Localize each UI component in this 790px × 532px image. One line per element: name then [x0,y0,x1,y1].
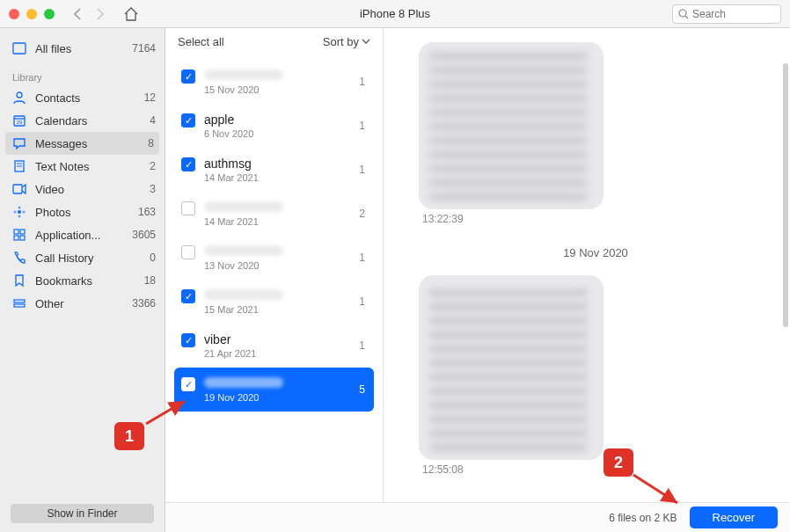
date-separator: 19 Nov 2020 [419,246,772,259]
photos-icon [12,205,26,219]
svg-rect-21 [14,304,25,307]
svg-point-3 [17,92,22,98]
sidebar-item-count: 0 [131,251,156,264]
forward-button[interactable] [95,8,104,20]
conversation-checkbox[interactable] [181,201,195,215]
zoom-window-button[interactable] [44,9,55,19]
search-input[interactable] [692,8,775,20]
sidebar-item-label: Video [35,183,122,196]
conversation-count: 1 [359,339,365,352]
back-button[interactable] [74,8,83,20]
conversation-count: 1 [359,164,365,176]
close-window-button[interactable] [9,9,19,19]
conversation-row[interactable]: ✓19 Nov 20205 [174,368,374,412]
message-timestamp: 12:55:08 [422,463,772,476]
conversation-name-redacted [204,69,283,80]
conversation-checkbox[interactable]: ✓ [181,69,195,84]
chevron-down-icon [362,38,370,45]
sidebar-item-contacts[interactable]: Contacts12 [0,86,165,109]
sidebar-item-all-files[interactable]: All files 7164 [0,37,165,60]
svg-line-1 [685,16,688,18]
list-header: Select all Sort by [165,28,383,55]
message-thread: 13:22:39 19 Nov 2020 12:55:08 [384,28,790,532]
conversation-date: 14 Mar 2021 [204,172,359,183]
svg-rect-10 [13,185,22,193]
conversation-count: 5 [359,383,365,396]
conversation-checkbox[interactable]: ✓ [181,377,195,391]
conversation-list-panel: Select all Sort by ✓15 Nov 20201✓apple6 … [165,28,384,532]
sidebar-item-label: Text Notes [35,160,122,173]
sidebar-item-calendars[interactable]: 29Calendars4 [0,109,165,132]
sidebar-item-photos[interactable]: Photos163 [0,200,165,223]
bottom-bar: 6 files on 2 KB Recover [165,502,790,532]
conversation-checkbox[interactable]: ✓ [181,113,195,128]
sort-by-dropdown[interactable]: Sort by [323,35,370,48]
notes-icon [12,159,26,173]
conversation-date: 15 Nov 2020 [204,84,359,95]
recover-button[interactable]: Recover [690,506,778,528]
sidebar-item-label: All files [35,42,122,55]
sidebar-item-call-history[interactable]: Call History0 [0,246,165,269]
svg-rect-2 [13,43,26,54]
conversation-row[interactable]: ✓15 Mar 20211 [174,280,374,324]
sidebar-item-application-[interactable]: Application...3605 [0,223,165,246]
sidebar-item-count: 4 [131,114,156,127]
sidebar-item-count: 3605 [131,229,156,241]
svg-rect-16 [14,230,18,234]
conversation-name-redacted [204,201,283,212]
bookmarks-icon [12,273,26,288]
sidebar-item-count: 2 [131,160,156,172]
nav-arrows [74,8,104,20]
scrollbar[interactable] [783,63,788,327]
svg-rect-19 [20,236,25,240]
minimize-window-button[interactable] [26,9,37,19]
conversation-checkbox[interactable]: ✓ [181,289,195,303]
sidebar-item-bookmarks[interactable]: Bookmarks18 [0,269,165,292]
conversation-row[interactable]: ✓15 Nov 20201 [174,60,374,104]
message-bubble [419,275,603,460]
library-header: Library [0,60,165,86]
conversation-date: 6 Nov 2020 [204,128,359,139]
conversation-name-redacted [204,245,283,256]
page-title: iPhone 8 Plus [360,7,430,20]
search-field[interactable] [672,4,781,24]
message-bubble [419,42,603,209]
selection-status: 6 files on 2 KB [609,512,677,524]
sidebar-item-count: 7164 [131,42,156,55]
conversation-row[interactable]: 13 Nov 20201 [174,236,374,280]
svg-point-11 [18,210,21,214]
sidebar-item-messages[interactable]: Messages8 [5,132,159,155]
sidebar-item-count: 163 [131,206,156,218]
svg-rect-18 [14,236,18,240]
conversation-checkbox[interactable] [181,245,195,259]
conversation-row[interactable]: ✓viber21 Apr 20211 [174,324,374,368]
show-in-finder-button[interactable]: Show in Finder [11,504,154,523]
sidebar-item-other[interactable]: Other3366 [0,292,165,315]
sidebar-item-label: Bookmarks [35,274,122,288]
sidebar-item-count: 3 [131,183,156,195]
conversation-date: 13 Nov 2020 [204,260,359,271]
svg-rect-17 [20,230,25,234]
conversation-count: 1 [359,295,365,308]
conversation-name-redacted [204,289,283,300]
sidebar-item-text-notes[interactable]: Text Notes2 [0,155,165,178]
home-icon[interactable] [123,7,139,21]
conversation-checkbox[interactable]: ✓ [181,157,195,171]
sidebar-item-video[interactable]: Video3 [0,178,165,200]
callout-marker-1: 1 [114,422,144,450]
files-icon [12,41,26,55]
select-all-toggle[interactable]: Select all [178,35,224,48]
conversation-checkbox[interactable]: ✓ [181,333,195,347]
conversation-date: 14 Mar 2021 [204,216,359,227]
conversation-count: 1 [359,120,365,132]
conversation-row[interactable]: ✓authmsg14 Mar 20211 [174,148,374,192]
conversation-row[interactable]: 14 Mar 20212 [174,192,374,236]
sidebar-item-count: 3366 [131,297,156,310]
svg-point-15 [14,211,17,214]
conversation-row[interactable]: ✓apple6 Nov 20201 [174,104,374,148]
svg-line-22 [146,401,185,424]
sidebar: All files 7164 Library Contacts1229Calen… [0,28,165,532]
sidebar-item-label: Call History [35,251,122,265]
conversation-date: 19 Nov 2020 [204,392,359,403]
sidebar-item-label: Calendars [35,114,122,128]
